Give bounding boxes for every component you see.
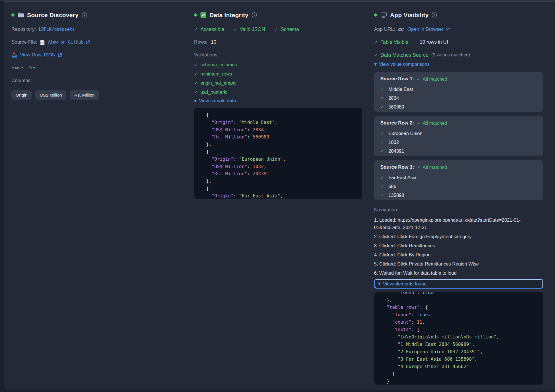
check-icon: ✓ [380,131,384,136]
check-icon: ✓ [274,27,278,32]
source-row-value: ✓1032 [380,138,537,147]
check-icon: ✓ [233,27,237,32]
view-sample-data-toggle[interactable]: ▼ View sample data [194,98,236,103]
code-line: "Origin": "Middle East", [201,119,362,126]
source-row-label: Source Row 1: [380,76,414,82]
code-line: "US$ Million": 1032, [201,163,362,170]
source-row-card: Source Row 1:✓All matched✓Middle East✓28… [374,72,543,112]
repository-row: Repository: LDFLK/datasets [11,26,185,32]
check-icon: ✓ [380,140,384,145]
source-file-row: Source File: View on GitHub [11,39,185,45]
data-matches-check: ✓ Data Matches Source [374,52,429,58]
columns-label-row: Columns: [11,77,185,84]
column-chip: Origin [11,90,32,100]
data-matches-row: ✓ Data Matches Source (9 values matched) [374,52,543,58]
app-url-row: App URL: Open in Browser [374,26,543,32]
code-line: "found": true, [381,311,543,318]
code-line: { [201,185,362,192]
view-value-comparisons-toggle[interactable]: ▼ View value comparisons [374,62,430,67]
view-on-github-link[interactable]: View on GitHub [48,40,90,45]
rows-label: Rows: [194,39,207,45]
validation-item: ✓usd_numeric [194,89,363,95]
info-icon[interactable] [252,12,257,18]
integrity-check-label: Valid JSON [240,26,265,32]
caret-down-icon: ▼ [374,62,377,66]
view-raw-json-link[interactable]: View Raw JSON [20,52,62,58]
source-row-title: Source Row 3:✓All matched [380,164,537,170]
check-icon: ✓ [374,52,378,58]
source-row-value: ✓560989 [380,103,537,111]
columns-label: Columns: [11,78,32,83]
column-chip: Rs. Million [70,90,99,100]
code-line: "1 Middle East 2834 560989", [381,341,543,348]
check-icon: ✓ [380,193,384,198]
source-row-value: ✓686 [380,182,537,191]
value-text: 686 [388,184,396,189]
check-icon: ✓ [380,175,384,180]
open-in-browser-link[interactable]: Open in Browser [407,26,450,32]
value-text: 1032 [388,140,399,145]
validation-label: schema_columns [200,62,237,68]
check-icon: ✓ [417,76,421,82]
info-icon[interactable] [432,12,437,18]
external-link-icon [58,53,62,57]
navigation-step: 6. Waited for: Wait for data table to lo… [374,269,543,277]
check-icon: ✓ [380,95,384,101]
source-row-value: ✓2834 [380,94,537,103]
matches-note: (9 values matched) [431,52,470,58]
folder-icon [18,12,24,18]
all-matched-label: All matched [423,121,447,126]
validation-label: usd_numeric [200,89,227,95]
sample-data-code: { "Origin": "Middle East", "US$ Million"… [194,108,363,199]
value-text: 135898 [388,193,404,198]
validation-label: origin_not_empty [200,80,236,86]
app-url-label: App URL: [374,26,395,32]
app-visibility-header: App Visibility [374,11,543,19]
column-chip: US$ Million [35,90,66,100]
source-row-label: Source Row 2: [380,120,414,126]
validation-item: ✓schema_columns [194,62,363,68]
status-dot [194,13,197,17]
caret-down-icon: ▼ [194,99,197,103]
validation-item: ✓minimum_rows [194,71,363,77]
code-line: "Rs. Million": 560989 [201,133,362,141]
source-discovery-header: Source Discovery [11,11,185,19]
code-line: "2 European Union 1032 204391", [381,348,543,356]
code-line: ] [381,370,543,378]
value-text: Middle East [388,87,413,92]
exists-row: Exists: Yes [11,65,185,71]
rows-row: Rows: 10 [194,39,363,45]
source-row-value: ✓204391 [380,147,537,156]
navigation-step: 2. Clicked: Click Foreign Employment cat… [374,233,543,240]
validation-item: ✓origin_not_empty [194,80,363,86]
validations-label: Validations: [194,52,219,58]
repository-label: Repository: [11,26,36,32]
elements-found-code: "found": true }, "table_rows": { "found"… [374,292,543,385]
integrity-check-label: Accessible [200,26,224,32]
source-row-status: ✓All matched [417,76,447,82]
source-row-value: ✓135898 [380,191,537,200]
panel-title: App Visibility [390,12,429,19]
value-text: Far East Asia [388,175,416,180]
page-icon [40,40,45,45]
exists-label: Exists: [11,65,26,71]
table-visible-check: ✓ Table Visible [374,39,408,45]
source-row-cards: Source Row 1:✓All matched✓Middle East✓28… [374,72,543,200]
all-matched-label: All matched [423,165,447,170]
view-elements-found-toggle[interactable]: ▼ View elements found [374,279,543,289]
caret-down-icon: ▼ [378,282,381,286]
repository-link[interactable]: LDFLK/datasets [39,27,75,32]
integrity-check: ✓Schema [274,26,299,32]
check-icon: ✓ [380,104,384,110]
link-icon [398,27,405,32]
navigation-label: Navigation: [374,207,543,213]
source-row-value: ✓Far East Asia [380,173,537,182]
raw-json-row: View Raw JSON [11,52,185,58]
value-text: 560989 [388,104,404,110]
info-icon[interactable] [82,12,87,18]
value-text: 2834 [388,95,399,101]
rows-in-ui: 10 rows in UI [420,39,448,45]
code-line: }, [381,296,543,304]
code-line: "table_rows": { [381,304,543,311]
code-line: "3 Far East Asia 686 135898", [381,356,543,363]
